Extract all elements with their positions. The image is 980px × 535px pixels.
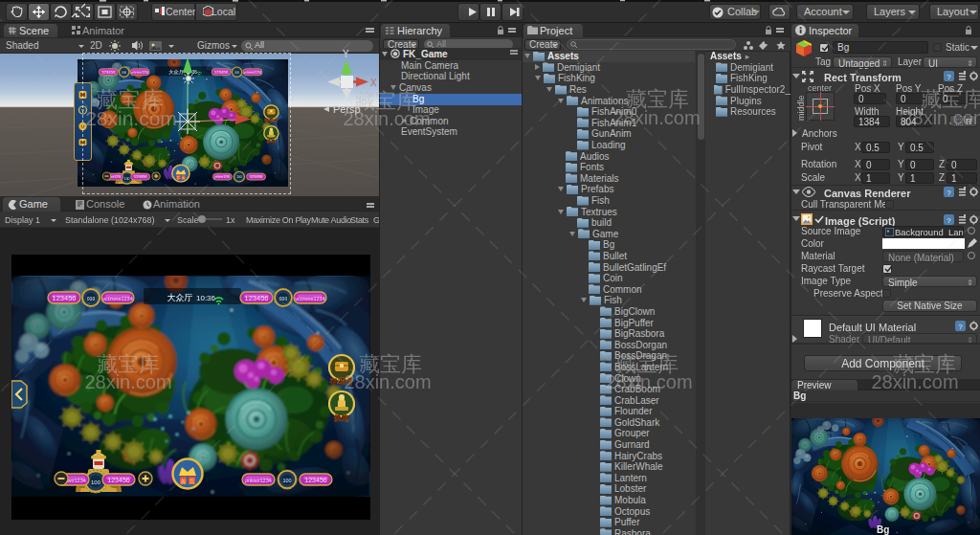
- svg-text:?: ?: [947, 189, 951, 197]
- svg-text:?: ?: [947, 73, 951, 81]
- svg-text:?: ?: [947, 216, 951, 225]
- svg-text:?: ?: [958, 323, 963, 331]
- svg-text:Y: Y: [343, 49, 349, 59]
